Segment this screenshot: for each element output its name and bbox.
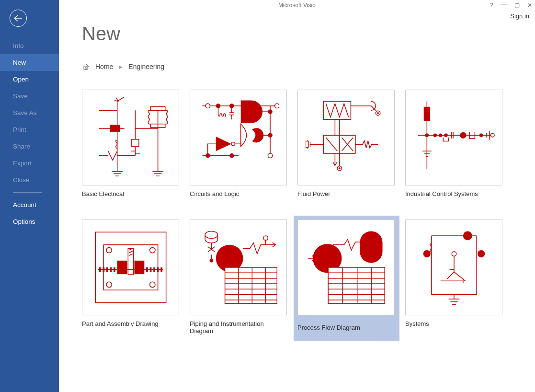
nav-item-share: Share	[0, 138, 59, 155]
chevron-right-icon: ▶	[119, 64, 123, 69]
template-label: Circuits and Logic	[190, 190, 288, 197]
svg-rect-2	[85, 68, 86, 69]
breadcrumb-current: Engineering	[128, 63, 164, 70]
template-label: Industrial Control Systems	[405, 190, 503, 197]
breadcrumb-home[interactable]: Home	[95, 63, 113, 70]
nav-bottom: AccountOptions	[0, 196, 59, 230]
nav-item-export: Export	[0, 155, 59, 172]
template-systems[interactable]: Systems	[405, 219, 503, 337]
template-label: Piping and Instrumentation Diagram	[190, 320, 288, 334]
template-process-flow[interactable]: Process Flow Diagram	[297, 219, 396, 337]
nav-item-account[interactable]: Account	[0, 196, 59, 213]
template-part-assembly[interactable]: Part and Assembly Drawing	[82, 219, 180, 337]
nav-item-save-as: Save As	[0, 104, 59, 121]
nav-separator	[13, 192, 42, 193]
circuits-logic-icon	[190, 90, 287, 185]
template-label: Part and Assembly Drawing	[82, 320, 180, 327]
page-title: New	[82, 23, 516, 45]
nav-item-new[interactable]: New	[0, 54, 59, 71]
piping-instr-icon	[190, 219, 287, 315]
fluid-power-icon	[297, 90, 395, 185]
template-label: Systems	[405, 320, 503, 327]
template-label: Fluid Power	[297, 190, 396, 197]
backstage-sidebar: InfoNewOpenSaveSave AsPrintShareExportCl…	[0, 0, 59, 392]
basic-electrical-icon	[82, 90, 179, 185]
template-fluid-power[interactable]: Fluid Power	[297, 90, 396, 197]
main-area: New Home ▶ Engineering Basic ElectricalC…	[59, 0, 535, 392]
template-industrial-control[interactable]: Industrial Control Systems	[405, 90, 503, 197]
process-flow-icon	[297, 219, 395, 315]
template-circuits-logic[interactable]: Circuits and Logic	[190, 90, 288, 197]
nav-item-save: Save	[0, 88, 59, 104]
breadcrumb: Home ▶ Engineering	[82, 63, 516, 70]
home-icon[interactable]	[82, 63, 90, 70]
part-assembly-icon	[82, 219, 179, 315]
template-label: Basic Electrical	[82, 190, 180, 197]
nav-item-options[interactable]: Options	[0, 213, 59, 230]
template-basic-electrical[interactable]: Basic Electrical	[82, 90, 180, 197]
nav-item-close: Close	[0, 172, 59, 188]
industrial-control-icon	[405, 90, 502, 185]
nav-item-info: Info	[0, 37, 59, 54]
back-button[interactable]	[10, 10, 27, 27]
nav-item-print: Print	[0, 121, 59, 138]
template-grid: Basic ElectricalCircuits and LogicFluid …	[82, 90, 516, 337]
template-piping-instr[interactable]: Piping and Instrumentation Diagram	[190, 219, 288, 337]
template-label: Process Flow Diagram	[294, 319, 399, 341]
svg-rect-1	[84, 67, 88, 69]
nav-item-open[interactable]: Open	[0, 71, 59, 88]
systems-icon	[405, 219, 502, 315]
nav-top: InfoNewOpenSaveSave AsPrintShareExportCl…	[0, 37, 59, 188]
